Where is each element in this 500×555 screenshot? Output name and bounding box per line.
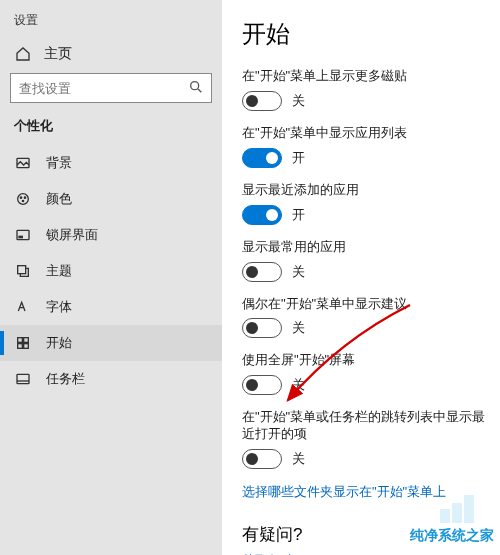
toggle-knob — [266, 209, 278, 221]
sidebar-item-label: 字体 — [46, 298, 72, 316]
toggle-knob — [246, 322, 258, 334]
svg-rect-13 — [24, 344, 29, 349]
toggle-state-label: 开 — [292, 206, 305, 224]
search-icon — [188, 79, 206, 97]
home-icon — [14, 45, 32, 63]
setting-label: 在"开始"菜单中显示应用列表 — [242, 125, 494, 142]
sidebar-item-label: 锁屏界面 — [46, 226, 98, 244]
setting-item: 在"开始"菜单中显示应用列表开 — [242, 125, 494, 168]
toggle-state-label: 关 — [292, 376, 305, 394]
setting-label: 显示最近添加的应用 — [242, 182, 494, 199]
app-title: 设置 — [0, 8, 222, 39]
sidebar-item-label: 主题 — [46, 262, 72, 280]
help-section-title: 有疑问? — [242, 523, 494, 546]
toggle-state-label: 关 — [292, 263, 305, 281]
toggle-switch[interactable] — [242, 91, 282, 111]
setting-label: 在"开始"菜单或任务栏的跳转列表中显示最近打开的项 — [242, 409, 494, 443]
lockscreen-icon — [14, 226, 32, 244]
setting-item: 显示最近添加的应用开 — [242, 182, 494, 225]
taskbar-icon — [14, 370, 32, 388]
setting-item: 偶尔在"开始"菜单中显示建议关 — [242, 296, 494, 339]
svg-point-4 — [20, 197, 21, 198]
setting-label: 在"开始"菜单上显示更多磁贴 — [242, 68, 494, 85]
toggle-row: 开 — [242, 205, 494, 225]
toggle-row: 开 — [242, 148, 494, 168]
toggle-knob — [246, 453, 258, 465]
category-header: 个性化 — [0, 117, 222, 145]
svg-rect-9 — [18, 266, 26, 274]
page-title: 开始 — [242, 18, 494, 50]
toggle-switch[interactable] — [242, 262, 282, 282]
setting-item: 在"开始"菜单上显示更多磁贴关 — [242, 68, 494, 111]
toggle-knob — [266, 152, 278, 164]
setting-label: 使用全屏"开始"屏幕 — [242, 352, 494, 369]
toggle-state-label: 关 — [292, 92, 305, 110]
toggle-row: 关 — [242, 91, 494, 111]
svg-rect-8 — [19, 236, 22, 237]
svg-point-0 — [191, 82, 199, 90]
sidebar-item-colors[interactable]: 颜色 — [0, 181, 222, 217]
sidebar-item-start[interactable]: 开始 — [0, 325, 222, 361]
sidebar-item-taskbar[interactable]: 任务栏 — [0, 361, 222, 397]
sidebar-item-label: 开始 — [46, 334, 72, 352]
svg-point-6 — [22, 200, 23, 201]
svg-rect-12 — [18, 344, 23, 349]
toggle-row: 关 — [242, 318, 494, 338]
setting-label: 偶尔在"开始"菜单中显示建议 — [242, 296, 494, 313]
setting-item: 在"开始"菜单或任务栏的跳转列表中显示最近打开的项关 — [242, 409, 494, 469]
toggle-knob — [246, 379, 258, 391]
sidebar-item-label: 背景 — [46, 154, 72, 172]
theme-icon — [14, 262, 32, 280]
setting-label: 显示最常用的应用 — [242, 239, 494, 256]
sidebar-item-background[interactable]: 背景 — [0, 145, 222, 181]
nav-home[interactable]: 主页 — [0, 39, 222, 73]
toggle-switch[interactable] — [242, 375, 282, 395]
toggle-state-label: 开 — [292, 149, 305, 167]
setting-item: 显示最常用的应用关 — [242, 239, 494, 282]
main-content: 开始 在"开始"菜单上显示更多磁贴关在"开始"菜单中显示应用列表开显示最近添加的… — [222, 0, 500, 555]
picture-icon — [14, 154, 32, 172]
setting-item: 使用全屏"开始"屏幕关 — [242, 352, 494, 395]
choose-folders-link[interactable]: 选择哪些文件夹显示在"开始"菜单上 — [242, 483, 494, 501]
sidebar-item-themes[interactable]: 主题 — [0, 253, 222, 289]
search-input[interactable] — [10, 73, 212, 103]
toggle-row: 关 — [242, 262, 494, 282]
sidebar-item-fonts[interactable]: 字体 — [0, 289, 222, 325]
toggle-switch[interactable] — [242, 205, 282, 225]
toggle-knob — [246, 266, 258, 278]
toggle-state-label: 关 — [292, 450, 305, 468]
toggle-row: 关 — [242, 449, 494, 469]
svg-point-3 — [18, 194, 29, 205]
svg-point-5 — [24, 197, 25, 198]
svg-rect-10 — [18, 338, 23, 343]
nav-home-label: 主页 — [44, 45, 72, 63]
toggle-row: 关 — [242, 375, 494, 395]
sidebar-item-lockscreen[interactable]: 锁屏界面 — [0, 217, 222, 253]
svg-rect-14 — [17, 374, 29, 383]
font-icon — [14, 298, 32, 316]
start-icon — [14, 334, 32, 352]
toggle-state-label: 关 — [292, 319, 305, 337]
search-wrap — [10, 73, 212, 103]
sidebar-item-label: 任务栏 — [46, 370, 85, 388]
toggle-switch[interactable] — [242, 318, 282, 338]
settings-sidebar: 设置 主页 个性化 背景 颜色 锁屏界面 主题 — [0, 0, 222, 555]
toggle-switch[interactable] — [242, 449, 282, 469]
palette-icon — [14, 190, 32, 208]
toggle-knob — [246, 95, 258, 107]
svg-rect-11 — [24, 338, 29, 343]
toggle-switch[interactable] — [242, 148, 282, 168]
sidebar-item-label: 颜色 — [46, 190, 72, 208]
svg-line-1 — [198, 89, 201, 92]
